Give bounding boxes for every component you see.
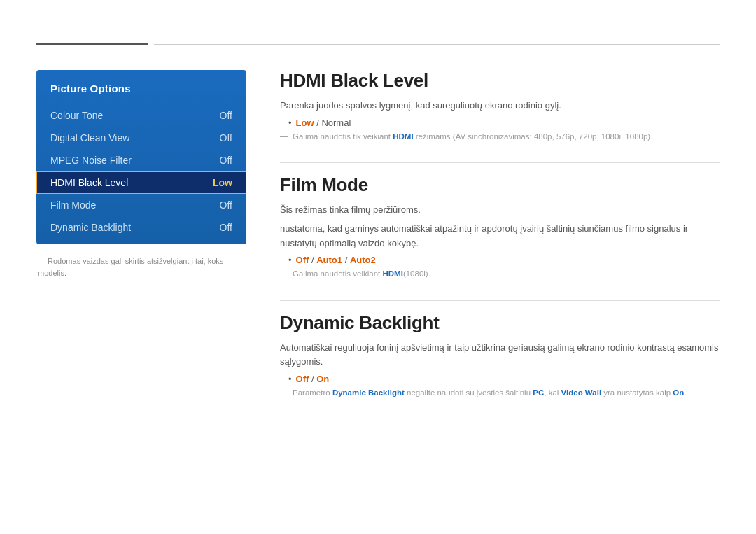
- film-note-line: — Galima naudotis veikiant HDMI(1080i).: [280, 268, 720, 280]
- menu-item-colour-tone[interactable]: Colour Tone Off: [36, 104, 246, 127]
- db-separator: /: [309, 374, 316, 384]
- right-content: HDMI Black Level Parenka juodos spalvos …: [280, 70, 720, 419]
- progress-empty: [154, 44, 720, 45]
- bullet-icon-3: •: [288, 374, 292, 384]
- section-film-mode: Film Mode Šis režimas tinka filmų peržiū…: [280, 174, 720, 281]
- film-option-off: Off: [296, 255, 309, 265]
- vw-keyword: Video Wall: [561, 388, 602, 397]
- bullet-icon: •: [288, 118, 292, 128]
- film-note-text: Galima naudotis veikiant HDMI(1080i).: [293, 268, 430, 280]
- film-mode-title: Film Mode: [280, 174, 720, 196]
- section-hdmi-black-level: HDMI Black Level Parenka juodos spalvos …: [280, 70, 720, 143]
- dynamic-backlight-note-text: Parametro Dynamic Backlight negalite nau…: [293, 387, 687, 399]
- db-keyword: Dynamic Backlight: [332, 388, 405, 397]
- progress-filled: [36, 43, 148, 45]
- film-separator-2: /: [342, 255, 350, 265]
- hdmi-black-level-options: • Low / Normal: [288, 118, 720, 128]
- dynamic-backlight-note-line: — Parametro Dynamic Backlight negalite n…: [280, 387, 720, 399]
- dynamic-backlight-value: Off: [220, 222, 232, 233]
- hdmi-note-text: Galima naudotis tik veikiant HDMI režima…: [293, 131, 652, 143]
- hdmi-black-level-label: HDMI Black Level: [50, 177, 128, 188]
- hdmi-note-line: — Galima naudotis tik veikiant HDMI reži…: [280, 131, 720, 143]
- hdmi-black-level-desc: Parenka juodos spalvos lygmenį, kad sure…: [280, 99, 720, 113]
- film-option-auto2: Auto2: [350, 255, 376, 265]
- film-mode-value: Off: [220, 199, 232, 211]
- digital-clean-view-label: Digital Clean View: [50, 132, 130, 143]
- note-dash-icon: —: [280, 132, 288, 141]
- menu-item-mpeg-noise-filter[interactable]: MPEG Noise Filter Off: [36, 149, 246, 171]
- hdmi-option-low: Low: [296, 118, 314, 128]
- colour-tone-value: Off: [220, 110, 232, 121]
- dynamic-backlight-label: Dynamic Backlight: [50, 222, 131, 233]
- mpeg-noise-filter-value: Off: [220, 155, 232, 166]
- pc-keyword: PC: [533, 388, 544, 397]
- menu-item-digital-clean-view[interactable]: Digital Clean View Off: [36, 127, 246, 149]
- dynamic-backlight-title: Dynamic Backlight: [280, 312, 720, 334]
- left-panel: Picture Options Colour Tone Off Digital …: [36, 70, 246, 279]
- film-separator-1: /: [309, 255, 316, 265]
- dynamic-backlight-options: • Off / On: [288, 374, 720, 384]
- note-dash-icon-2: —: [280, 269, 288, 279]
- on-keyword: On: [673, 388, 684, 397]
- menu-item-hdmi-black-level[interactable]: HDMI Black Level Low: [36, 171, 246, 194]
- menu-item-dynamic-backlight[interactable]: Dynamic Backlight Off: [36, 216, 246, 239]
- hdmi-black-level-value: Low: [213, 177, 232, 188]
- hdmi-option-normal: Normal: [321, 118, 351, 128]
- hdmi-keyword: HDMI: [393, 132, 413, 141]
- db-option-off: Off: [296, 374, 309, 384]
- menu-item-film-mode[interactable]: Film Mode Off: [36, 194, 246, 216]
- bullet-icon-2: •: [288, 255, 292, 265]
- progress-bar: [36, 43, 720, 45]
- mpeg-noise-filter-label: MPEG Noise Filter: [50, 155, 132, 166]
- note-dash-icon-3: —: [280, 388, 288, 398]
- dynamic-backlight-desc: Automatiškai reguliuoja foninį apšvietim…: [280, 341, 720, 370]
- menu-title: Picture Options: [36, 76, 246, 104]
- film-hdmi-keyword: HDMI: [382, 269, 402, 278]
- hdmi-option-separator: /: [314, 118, 322, 128]
- colour-tone-label: Colour Tone: [50, 110, 103, 121]
- picture-options-menu: Picture Options Colour Tone Off Digital …: [36, 70, 246, 244]
- film-mode-options: • Off / Auto1 / Auto2: [288, 255, 720, 265]
- divider-1: [280, 162, 720, 163]
- hdmi-black-level-title: HDMI Black Level: [280, 70, 720, 92]
- db-option-on: On: [316, 374, 329, 384]
- menu-footnote: — Rodomas vaizdas gali skirtis atsižvelg…: [36, 255, 246, 279]
- film-mode-label: Film Mode: [50, 199, 96, 211]
- section-dynamic-backlight: Dynamic Backlight Automatiškai reguliuoj…: [280, 312, 720, 400]
- digital-clean-view-value: Off: [220, 132, 232, 143]
- film-mode-desc2: nustatoma, kad gaminys automatiškai atpa…: [280, 222, 720, 251]
- film-option-auto1: Auto1: [316, 255, 342, 265]
- divider-2: [280, 300, 720, 301]
- film-mode-desc1: Šis režimas tinka filmų peržiūroms.: [280, 203, 720, 218]
